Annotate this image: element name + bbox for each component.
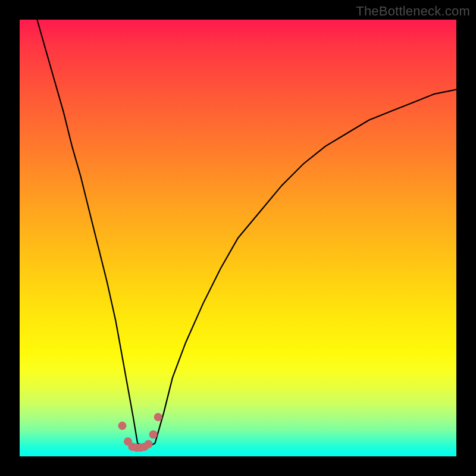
trough-marker-dot (118, 422, 127, 430)
trough-marker-dot (149, 430, 158, 439)
curve-path (37, 20, 456, 447)
chart-svg (20, 20, 456, 456)
bottleneck-curve (37, 20, 456, 447)
plot-area (20, 20, 456, 456)
trough-marker-dot (145, 440, 153, 448)
trough-marker-dot (154, 413, 162, 421)
watermark-text: TheBottleneck.com (356, 4, 470, 19)
trough-markers (118, 413, 162, 452)
chart-frame: TheBottleneck.com (0, 0, 476, 476)
